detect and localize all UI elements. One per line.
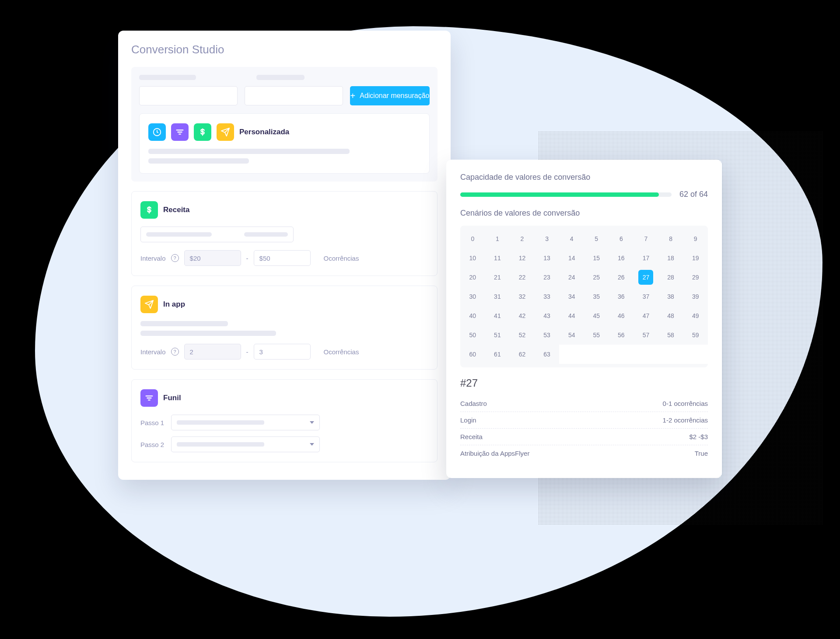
scenario-cell[interactable]: 21 bbox=[485, 268, 510, 287]
scenario-cell[interactable]: 0 bbox=[460, 229, 485, 248]
scenario-cell[interactable]: 56 bbox=[609, 325, 634, 345]
dollar-icon bbox=[140, 201, 158, 219]
scenario-cell[interactable]: 26 bbox=[609, 268, 634, 287]
detail-label: Cadastro bbox=[460, 400, 487, 407]
scenario-cell[interactable]: 37 bbox=[634, 287, 658, 306]
scenario-detail-row: Receita$2 -$3 bbox=[460, 429, 708, 445]
scenario-cell[interactable]: 1 bbox=[485, 229, 510, 248]
scenario-cell[interactable]: 43 bbox=[535, 306, 560, 325]
placeholder bbox=[256, 75, 304, 80]
inapp-card: In app Intervalo ? - Ocorrências bbox=[131, 286, 438, 370]
scenario-cell[interactable]: 15 bbox=[584, 248, 609, 268]
scenario-cell[interactable]: 58 bbox=[658, 325, 683, 345]
scenario-cell[interactable]: 32 bbox=[510, 287, 535, 306]
chevron-down-icon bbox=[310, 421, 314, 424]
scenario-cell[interactable]: 50 bbox=[460, 325, 485, 345]
scenarios-title: Cenários de valores de conversão bbox=[460, 209, 708, 218]
scenario-cell[interactable]: 63 bbox=[535, 345, 560, 364]
scenario-cell[interactable]: 59 bbox=[683, 325, 708, 345]
scenario-cell[interactable]: 28 bbox=[658, 268, 683, 287]
scenario-cell[interactable]: 54 bbox=[559, 325, 584, 345]
scenario-cell[interactable]: 41 bbox=[485, 306, 510, 325]
scenario-cell[interactable]: 34 bbox=[559, 287, 584, 306]
help-icon[interactable]: ? bbox=[171, 348, 179, 356]
scenario-cell[interactable]: 9 bbox=[683, 229, 708, 248]
capacity-bar-label: 62 of 64 bbox=[679, 190, 708, 199]
funnel-step1-select[interactable] bbox=[171, 415, 320, 430]
scenario-detail-list: Cadastro0-1 ocorrênciasLogin1-2 ocorrênc… bbox=[460, 395, 708, 461]
scenario-cell[interactable]: 24 bbox=[559, 268, 584, 287]
scenario-cell[interactable]: 38 bbox=[658, 287, 683, 306]
scenario-cell[interactable]: 12 bbox=[510, 248, 535, 268]
scenario-cell[interactable]: 10 bbox=[460, 248, 485, 268]
scenario-cell[interactable]: 46 bbox=[609, 306, 634, 325]
scenario-cell[interactable]: 48 bbox=[658, 306, 683, 325]
placeholder bbox=[177, 420, 264, 425]
scenario-cell[interactable]: 25 bbox=[584, 268, 609, 287]
placeholder bbox=[140, 331, 276, 336]
inapp-to-input[interactable] bbox=[254, 344, 311, 360]
placeholder bbox=[140, 321, 228, 326]
scenario-cell[interactable]: 22 bbox=[510, 268, 535, 287]
scenario-cell[interactable]: 29 bbox=[683, 268, 708, 287]
scenario-cell[interactable]: 2 bbox=[510, 229, 535, 248]
add-measurement-button[interactable]: + Adicionar mensuração bbox=[350, 86, 430, 105]
scenario-cell[interactable]: 23 bbox=[535, 268, 560, 287]
top-input-2[interactable] bbox=[245, 86, 343, 105]
placeholder bbox=[148, 149, 350, 154]
scenario-cell[interactable]: 45 bbox=[584, 306, 609, 325]
scenario-cell[interactable]: 62 bbox=[510, 345, 535, 364]
scenario-cell[interactable]: 8 bbox=[658, 229, 683, 248]
scenario-cell[interactable]: 7 bbox=[634, 229, 658, 248]
scenario-cell[interactable]: 52 bbox=[510, 325, 535, 345]
scenario-cell[interactable]: 36 bbox=[609, 287, 634, 306]
scenario-cell[interactable]: 19 bbox=[683, 248, 708, 268]
scenario-detail-row: Cadastro0-1 ocorrências bbox=[460, 395, 708, 412]
scenario-cell[interactable]: 27 bbox=[634, 268, 658, 287]
funnel-step2-select[interactable] bbox=[171, 436, 320, 452]
inapp-title: In app bbox=[163, 300, 185, 309]
detail-value: 0-1 ocorrências bbox=[663, 400, 708, 407]
funnel-card: Funil Passo 1 Passo 2 bbox=[131, 379, 438, 462]
scenario-cell[interactable]: 20 bbox=[460, 268, 485, 287]
filter-icon bbox=[171, 123, 189, 141]
scenario-cell[interactable]: 35 bbox=[584, 287, 609, 306]
scenario-cell[interactable]: 5 bbox=[584, 229, 609, 248]
scenario-cell[interactable]: 30 bbox=[460, 287, 485, 306]
scenario-cell[interactable]: 57 bbox=[634, 325, 658, 345]
scenario-cell[interactable]: 49 bbox=[683, 306, 708, 325]
scenario-cell[interactable]: 40 bbox=[460, 306, 485, 325]
scenario-cell[interactable]: 42 bbox=[510, 306, 535, 325]
revenue-to-input[interactable] bbox=[254, 250, 311, 266]
scenario-cell[interactable]: 53 bbox=[535, 325, 560, 345]
scenario-cell[interactable]: 6 bbox=[609, 229, 634, 248]
inapp-from-input[interactable] bbox=[184, 344, 241, 360]
scenario-cell[interactable]: 47 bbox=[634, 306, 658, 325]
scenario-cell[interactable]: 44 bbox=[559, 306, 584, 325]
scenario-cell[interactable]: 3 bbox=[535, 229, 560, 248]
scenario-cell[interactable]: 61 bbox=[485, 345, 510, 364]
scenario-cell[interactable]: 39 bbox=[683, 287, 708, 306]
scenario-cell[interactable]: 51 bbox=[485, 325, 510, 345]
scenario-cell[interactable]: 4 bbox=[559, 229, 584, 248]
scenario-cell[interactable]: 14 bbox=[559, 248, 584, 268]
dash: - bbox=[246, 348, 248, 356]
top-input-1[interactable] bbox=[139, 86, 238, 105]
custom-card: Personalizada bbox=[139, 113, 430, 174]
scenario-cell[interactable]: 60 bbox=[460, 345, 485, 364]
scenario-cell[interactable]: 16 bbox=[609, 248, 634, 268]
scenario-cell[interactable]: 17 bbox=[634, 248, 658, 268]
scenario-cell[interactable]: 33 bbox=[535, 287, 560, 306]
scenario-cell[interactable]: 18 bbox=[658, 248, 683, 268]
scenario-cell[interactable]: 55 bbox=[584, 325, 609, 345]
help-icon[interactable]: ? bbox=[171, 254, 179, 262]
scenario-cell[interactable]: 11 bbox=[485, 248, 510, 268]
detail-value: $2 -$3 bbox=[689, 433, 708, 440]
revenue-from-input[interactable] bbox=[184, 250, 241, 266]
scenario-cell[interactable]: 13 bbox=[535, 248, 560, 268]
detail-label: Atribuição da AppsFlyer bbox=[460, 450, 529, 457]
conversion-values-panel: Capacidade de valores de conversão 62 of… bbox=[446, 160, 722, 478]
detail-label: Login bbox=[460, 416, 476, 424]
scenario-cell[interactable]: 31 bbox=[485, 287, 510, 306]
filter-icon bbox=[140, 389, 158, 407]
